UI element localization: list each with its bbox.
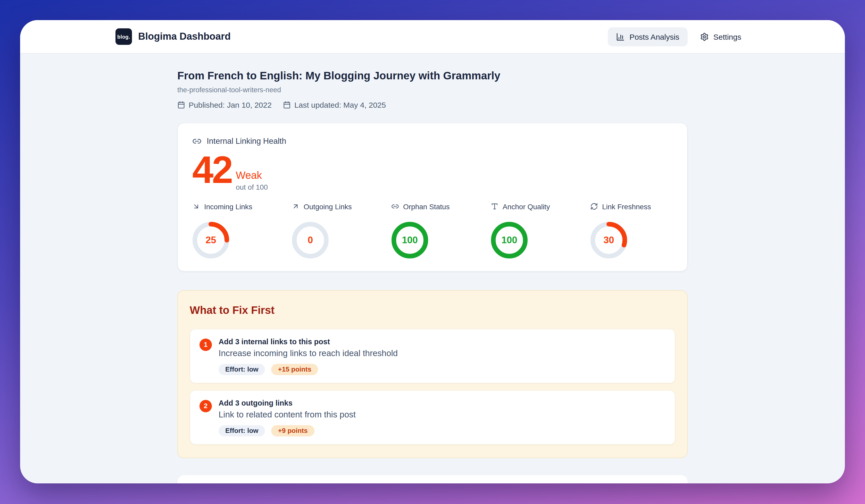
type-icon [491, 203, 498, 211]
post-dates: Published: Jan 10, 2022 Last updated: Ma… [177, 101, 688, 109]
app-title: Blogima Dashboard [138, 31, 231, 42]
effort-badge: Effort: low [219, 364, 265, 375]
calendar-icon [177, 101, 185, 109]
arrow-up-right-icon [292, 203, 300, 211]
app-window: blog. Blogima Dashboard Posts Analysis [20, 20, 845, 483]
fixes-list: 1 Add 3 internal links to this post Incr… [190, 329, 675, 445]
gauge-label: Outgoing Links [304, 202, 352, 211]
fixes-title: What to Fix First [190, 304, 675, 316]
health-score: 42 Weak out of 100 [192, 155, 673, 185]
linking-health-card: Internal Linking Health 42 Weak out of 1… [177, 122, 688, 271]
fix-recommendation-item: 1 Add 3 internal links to this post Incr… [190, 329, 675, 384]
updated-date-label: Last updated: May 4, 2025 [295, 101, 386, 109]
points-badge: +15 points [272, 364, 318, 375]
fix-rank-badge: 2 [199, 400, 212, 412]
posts-analysis-label: Posts Analysis [630, 32, 679, 41]
post-slug: the-professional-tool-writers-need [177, 86, 688, 94]
app-logo: blog. [115, 28, 132, 45]
fix-title: Add 3 internal links to this post [219, 337, 398, 346]
fixes-section: What to Fix First 1 Add 3 internal links… [177, 290, 688, 458]
effort-badge: Effort: low [219, 425, 265, 436]
posts-analysis-button[interactable]: Posts Analysis [608, 27, 688, 46]
bar-chart-icon [616, 32, 625, 41]
fix-description: Increase incoming links to reach ideal t… [219, 348, 398, 359]
score-rating: Weak [236, 170, 268, 180]
gauges-row: Incoming Links 25 Outgoing Links 0 Orpha… [192, 202, 673, 259]
brand[interactable]: blog. Blogima Dashboard [115, 28, 231, 45]
gauge: Link Freshness 30 [590, 202, 651, 259]
calendar-icon [283, 101, 291, 109]
gauge-value: 30 [590, 222, 627, 259]
page-title: From French to English: My Blogging Jour… [177, 69, 688, 82]
settings-label: Settings [713, 32, 741, 41]
gauge-label: Orphan Status [403, 202, 450, 211]
settings-button[interactable]: Settings [692, 27, 750, 46]
points-badge: +9 points [272, 425, 314, 436]
gauge: Outgoing Links 0 [292, 202, 391, 259]
next-card-partial [177, 475, 688, 483]
published-date: Published: Jan 10, 2022 [177, 101, 272, 109]
gauge: Anchor Quality 100 [491, 202, 590, 259]
gauge-label: Incoming Links [204, 202, 252, 211]
score-value: 42 [192, 155, 232, 185]
arrow-down-right-icon [192, 203, 200, 211]
header-nav: Posts Analysis Settings [608, 27, 750, 46]
main-content: From French to English: My Blogging Jour… [20, 54, 845, 483]
gauge-value: 0 [292, 222, 329, 259]
fix-rank-badge: 1 [199, 339, 212, 351]
gauge: Incoming Links 25 [192, 202, 292, 259]
updated-date: Last updated: May 4, 2025 [283, 101, 386, 109]
gauge-value: 25 [192, 222, 229, 259]
link-icon [391, 203, 399, 211]
card-title: Internal Linking Health [207, 137, 286, 146]
app-header: blog. Blogima Dashboard Posts Analysis [20, 20, 845, 54]
gauge: Orphan Status 100 [391, 202, 491, 259]
desktop-background: blog. Blogima Dashboard Posts Analysis [0, 0, 865, 504]
published-date-label: Published: Jan 10, 2022 [189, 101, 272, 109]
link-icon [192, 137, 201, 146]
gauge-value: 100 [391, 222, 428, 259]
gauge-label: Link Freshness [602, 202, 651, 211]
gear-icon [700, 32, 709, 41]
fix-description: Link to related content from this post [219, 409, 356, 420]
gauge-value: 100 [491, 222, 528, 259]
refresh-icon [590, 203, 598, 211]
fix-title: Add 3 outgoing links [219, 398, 356, 408]
gauge-label: Anchor Quality [503, 202, 550, 211]
fix-recommendation-item: 2 Add 3 outgoing links Link to related c… [190, 390, 675, 445]
score-scale-note: out of 100 [236, 183, 268, 191]
